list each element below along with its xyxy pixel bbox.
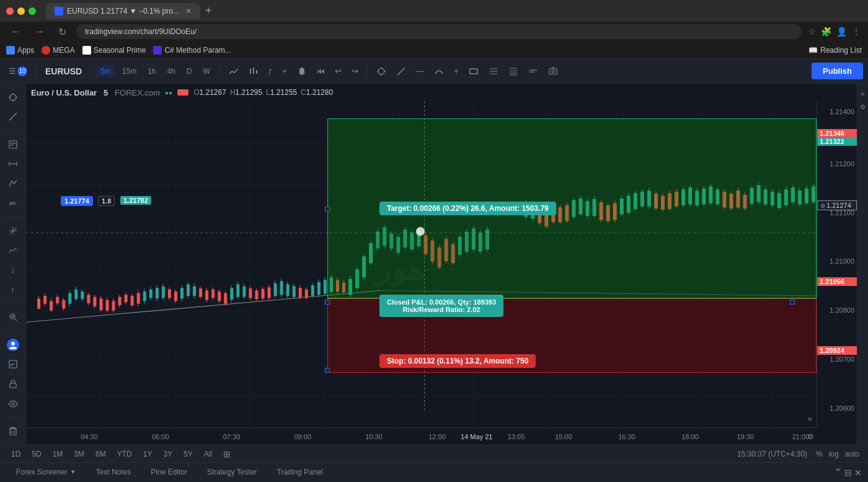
svg-rect-128 — [236, 284, 239, 297]
period-3m[interactable]: 3M — [69, 448, 89, 460]
period-6m[interactable]: 6M — [91, 448, 111, 460]
bookmark-seasonal[interactable]: Seasonal Prime — [82, 46, 146, 55]
eye-tool[interactable] — [3, 395, 23, 413]
avatar-button[interactable] — [3, 336, 23, 354]
rect-tool[interactable] — [465, 64, 482, 79]
handle-middle-left[interactable] — [325, 300, 330, 305]
reading-list[interactable]: 📖 Reading List — [808, 46, 862, 55]
draw-line-tool[interactable] — [3, 109, 23, 126]
draw-tool-3[interactable]: ✏ — [3, 195, 23, 212]
fib2-tool[interactable] — [505, 64, 522, 79]
bookmark-mega[interactable]: MEGA — [42, 46, 74, 55]
extensions-icon[interactable]: 🧩 — [821, 27, 831, 37]
tf-15m-button[interactable]: 15m — [118, 65, 141, 78]
new-tab-button[interactable]: + — [200, 3, 217, 19]
pattern-tool[interactable] — [3, 242, 23, 259]
bookmarks-bar: Apps MEGA Seasonal Prime C# Method Param… — [0, 42, 868, 59]
lock-tool[interactable] — [3, 375, 23, 393]
address-input[interactable] — [76, 24, 802, 39]
time-label-5: 10:30 — [365, 433, 383, 440]
maximize-button[interactable] — [29, 7, 36, 15]
minimize-button[interactable] — [17, 7, 25, 15]
draw-tool-2[interactable] — [3, 175, 23, 192]
tab-close-icon[interactable]: ✕ — [854, 466, 862, 478]
tab-forex-screener[interactable]: Forex Screener ▼ — [6, 463, 86, 483]
tab-text-notes[interactable]: Text Notes — [86, 463, 141, 483]
ask-price-label: 1.21346 — [817, 129, 857, 138]
screenshot-tool[interactable] — [544, 64, 562, 79]
tab-title: EURUSD 1.21774 ▼ −0.1% pro... — [67, 7, 179, 16]
period-5y[interactable]: 5Y — [179, 448, 198, 460]
period-ytd[interactable]: YTD — [112, 448, 137, 460]
crosshair-tool[interactable] — [373, 64, 390, 79]
tf-1h-button[interactable]: 1h — [143, 65, 160, 78]
short-position-tool[interactable]: ↑ — [3, 281, 23, 298]
handle-bottom-left[interactable] — [325, 368, 330, 373]
line-tool[interactable] — [392, 64, 410, 79]
time-axis-settings-icon[interactable]: ⚙ — [807, 432, 814, 441]
bookmark-star-icon[interactable]: ☆ — [808, 27, 816, 37]
period-1y[interactable]: 1Y — [138, 448, 157, 460]
alert-button[interactable] — [293, 64, 311, 79]
status-auto[interactable]: auto — [843, 450, 862, 458]
crosshair-select-tool[interactable] — [3, 89, 23, 106]
long-position-tool[interactable]: ↓ — [3, 261, 23, 279]
bookmark-apps[interactable]: Apps — [6, 46, 34, 55]
period-3y[interactable]: 3Y — [158, 448, 177, 460]
tab-maximize-icon[interactable]: ⊟ — [844, 466, 852, 478]
text-tool[interactable] — [525, 64, 542, 79]
status-log[interactable]: log — [826, 450, 841, 458]
fibonacci-tool[interactable] — [485, 64, 502, 79]
tab-pine-editor[interactable]: Pine Editor — [141, 463, 197, 483]
period-all[interactable]: All — [199, 448, 217, 460]
redo-button[interactable]: ↪ — [348, 64, 362, 78]
horizontal-line-tool[interactable]: — — [412, 64, 428, 78]
replay-button[interactable]: ⏮ — [313, 64, 329, 78]
indicators-button[interactable]: ƒ — [265, 65, 276, 78]
right-panel-icon-1[interactable]: ≡ — [859, 92, 866, 96]
forward-button[interactable]: → — [31, 25, 48, 38]
period-1m[interactable]: 1M — [48, 448, 68, 460]
compare-button[interactable]: + — [278, 64, 291, 78]
period-1d[interactable]: 1D — [6, 448, 25, 460]
tab-trading-panel[interactable]: Trading Panel — [267, 463, 333, 483]
menu-dots-icon[interactable]: ⋮ — [852, 27, 861, 37]
expand-icon[interactable]: » — [808, 414, 812, 423]
tab-collapse-icon[interactable]: ⌃ — [834, 466, 842, 478]
handle-top-left[interactable] — [325, 207, 330, 212]
active-tab[interactable]: EURUSD 1.21774 ▼ −0.1% pro... ✕ — [46, 3, 200, 19]
tf-4h-button[interactable]: 4h — [163, 65, 180, 78]
bar-chart-button[interactable] — [245, 64, 262, 79]
undo-button[interactable]: ↩ — [331, 64, 345, 78]
reload-button[interactable]: ↻ — [55, 25, 70, 39]
right-panel-icon-2[interactable]: ⚙ — [860, 104, 866, 110]
note-tool[interactable] — [3, 136, 23, 153]
watchlist-tool[interactable] — [3, 356, 23, 373]
chart-container[interactable]: Euro / U.S. Dollar 5 FOREX.com ●● O1.212… — [26, 84, 857, 445]
arc-tool[interactable] — [430, 64, 448, 79]
tf-d-button[interactable]: D — [182, 65, 197, 78]
trash-tool[interactable] — [3, 422, 23, 440]
tab-close-icon[interactable]: ✕ — [185, 7, 192, 16]
publish-button[interactable]: Publish — [812, 63, 863, 79]
gann-tool[interactable] — [3, 222, 23, 239]
symbol-display[interactable]: EURUSD — [42, 66, 86, 76]
bookmark-csharp-label: C# Method Param... — [164, 46, 231, 55]
measure-tool[interactable] — [3, 156, 23, 173]
bookmark-csharp[interactable]: C# Method Param... — [153, 46, 231, 55]
status-percent[interactable]: % — [813, 450, 825, 458]
close-button[interactable] — [6, 7, 14, 15]
svg-rect-1 — [253, 68, 254, 74]
period-5d[interactable]: 5D — [27, 448, 46, 460]
handle-middle-right[interactable] — [790, 300, 795, 305]
back-button[interactable]: ← — [7, 25, 25, 38]
tab-strategy-tester[interactable]: Strategy Tester — [197, 463, 267, 483]
hamburger-menu-button[interactable]: ☰ 10 — [5, 64, 31, 79]
line-chart-button[interactable] — [225, 64, 242, 79]
tf-w-button[interactable]: W — [199, 65, 215, 78]
profile-icon[interactable]: 👤 — [836, 27, 847, 37]
zoom-in-tool[interactable] — [3, 309, 23, 326]
period-icon[interactable]: ⊞ — [218, 447, 236, 461]
tf-5m-button[interactable]: 5m — [96, 65, 115, 78]
plus-tool[interactable]: + — [450, 64, 463, 78]
